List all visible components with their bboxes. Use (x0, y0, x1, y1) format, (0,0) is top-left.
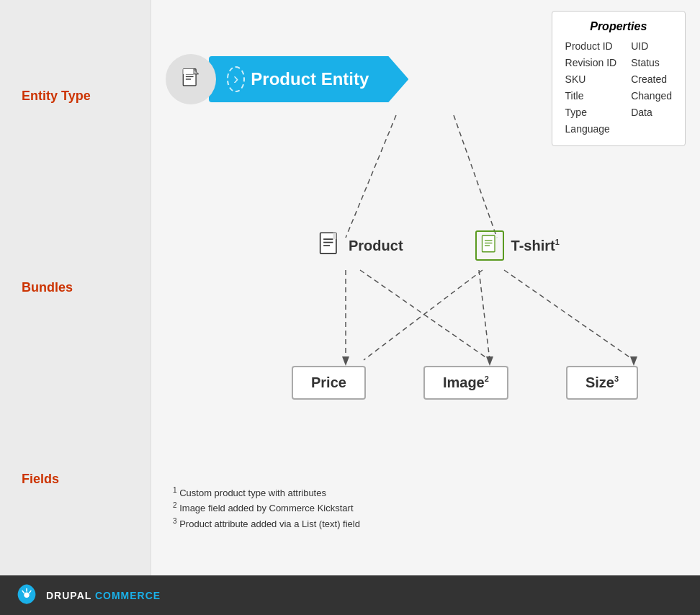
properties-col2: UID Status Created Changed Data (631, 39, 672, 137)
prop-type: Type (565, 105, 617, 120)
properties-columns: Product ID Revision ID SKU Title Type La… (565, 39, 672, 137)
footnote-1: 1 Custom product type with attributes (173, 486, 360, 498)
bundle-product: Product (317, 231, 403, 260)
field-size: Size3 (566, 366, 638, 400)
footnote-3-num: 3 (173, 517, 177, 525)
sidebar-row-entity-type: Entity Type (0, 0, 151, 192)
fields-section: Price Image2 Size3 (292, 366, 638, 400)
footnote-2-text: Image field added by Commerce Kickstart (179, 503, 353, 514)
sidebar-row-fields: Fields (0, 384, 151, 575)
footnote-3: 3 Product attribute added via a List (te… (173, 517, 360, 529)
svg-marker-9 (630, 356, 637, 366)
drupal-logo-icon (14, 583, 39, 608)
bundle-tshirt-label: T-shirt1 (511, 238, 560, 254)
footnote-2-num: 2 (173, 501, 177, 509)
brand-drupal: DRUPAL COMMERCE (46, 590, 161, 601)
prop-title: Title (565, 89, 617, 104)
field-size-label: Size3 (585, 374, 619, 390)
prop-language: Language (565, 122, 617, 137)
prop-sku: SKU (565, 72, 617, 87)
document-icon (179, 68, 202, 91)
bundle-tshirt-icon-wrapper (475, 230, 504, 261)
bundle-product-label: Product (349, 238, 403, 254)
prop-changed: Changed (631, 89, 672, 104)
properties-col1: Product ID Revision ID SKU Title Type La… (565, 39, 617, 137)
footnote-2: 2 Image field added by Commerce Kickstar… (173, 501, 360, 513)
prop-status: Status (631, 55, 672, 71)
bundle-tshirt-icon (480, 233, 500, 258)
svg-line-4 (364, 270, 483, 360)
svg-line-0 (346, 115, 396, 238)
svg-line-5 (479, 270, 490, 360)
entity-box: › Product Entity (209, 56, 408, 102)
prop-data: Data (631, 105, 672, 120)
bundle-tshirt: T-shirt1 (475, 230, 560, 261)
prop-product-id: Product ID (565, 39, 617, 54)
footnote-1-text: Custom product type with attributes (179, 488, 326, 498)
brand-commerce: COMMERCE (95, 590, 161, 601)
field-image: Image2 (423, 366, 508, 400)
prop-revision-id: Revision ID (565, 55, 617, 71)
svg-rect-14 (183, 69, 193, 74)
field-price-label: Price (311, 374, 346, 390)
bottom-bar: DRUPAL COMMERCE (0, 575, 700, 615)
bundles-label: Bundles (22, 280, 73, 295)
svg-line-6 (504, 270, 634, 360)
svg-marker-7 (342, 356, 349, 366)
field-price: Price (292, 366, 366, 400)
svg-rect-19 (482, 235, 495, 252)
entity-type-label: Entity Type (22, 89, 91, 104)
tshirt-sup: 1 (555, 238, 560, 246)
footnote-1-num: 1 (173, 486, 177, 494)
main-content: Entity Type Bundles Fields Properties Pr… (0, 0, 700, 575)
size-sup: 3 (614, 374, 619, 383)
prop-uid: UID (631, 39, 672, 54)
svg-marker-8 (486, 356, 493, 366)
footnote-3-text: Product attribute added via a List (text… (179, 519, 360, 529)
diagram-area: Properties Product ID Revision ID SKU Ti… (151, 0, 700, 575)
entity-circle (166, 54, 216, 104)
entity-title: Product Entity (251, 69, 369, 89)
field-image-label: Image2 (443, 374, 489, 390)
sidebar: Entity Type Bundles Fields (0, 0, 151, 575)
entity-arrow-icon: › (227, 66, 245, 92)
fields-label: Fields (22, 472, 59, 487)
image-sup: 2 (485, 374, 489, 383)
entity-section: › Product Entity (166, 54, 408, 104)
footnotes-section: 1 Custom product type with attributes 2 … (173, 486, 360, 532)
svg-line-1 (454, 115, 497, 238)
prop-created: Created (631, 72, 672, 87)
sidebar-row-bundles: Bundles (0, 192, 151, 383)
bundle-product-icon (317, 231, 343, 260)
properties-title: Properties (565, 20, 672, 33)
properties-box: Properties Product ID Revision ID SKU Ti… (552, 11, 686, 146)
bundles-section: Product T-shirt1 (317, 230, 560, 261)
svg-line-3 (360, 270, 490, 360)
